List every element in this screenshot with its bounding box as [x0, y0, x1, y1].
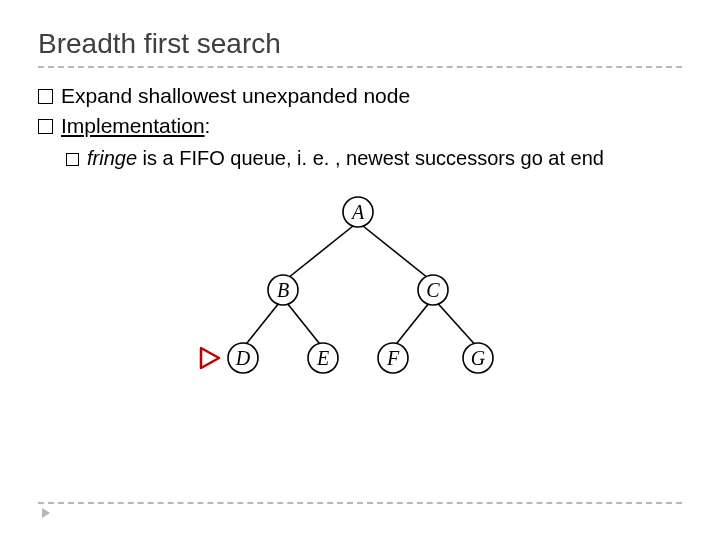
- node-b-label: B: [268, 279, 298, 302]
- slide: Breadth first search Expand shallowest u…: [0, 0, 720, 540]
- current-pointer-icon: [201, 348, 219, 368]
- node-c-label: C: [418, 279, 448, 302]
- bullet-implementation: Implementation:: [38, 112, 682, 140]
- svg-line-5: [433, 298, 478, 348]
- bullet-expand-rest: shallowest unexpanded node: [138, 84, 410, 107]
- node-f-label: F: [378, 347, 408, 370]
- bullet-expand-prefix: Expand: [61, 84, 138, 107]
- node-d-label: D: [228, 347, 258, 370]
- svg-line-2: [243, 298, 283, 348]
- bullet-list: Expand shallowest unexpanded node Implem…: [38, 82, 682, 172]
- bullet-expand: Expand shallowest unexpanded node: [38, 82, 682, 110]
- bullet-implementation-colon: :: [205, 114, 211, 137]
- slide-title: Breadth first search: [38, 28, 682, 60]
- tree-diagram: A B C D E F G: [178, 190, 538, 390]
- svg-line-1: [358, 222, 433, 282]
- divider-bottom: [38, 502, 682, 504]
- square-bullet-icon: [66, 153, 79, 166]
- square-bullet-icon: [38, 89, 53, 104]
- bullet-fringe: fringe is a FIFO queue, i. e. , newest s…: [66, 145, 682, 172]
- bullet-fringe-rest: is a FIFO queue, i. e. , newest successo…: [137, 147, 604, 169]
- svg-line-0: [283, 222, 358, 282]
- svg-line-4: [393, 298, 433, 348]
- bullet-implementation-label: Implementation: [61, 114, 205, 137]
- bullet-fringe-word: fringe: [87, 147, 137, 169]
- footer-pointer-icon: [42, 508, 50, 518]
- svg-line-3: [283, 298, 323, 348]
- node-a-label: A: [343, 201, 373, 224]
- divider-top: [38, 66, 682, 68]
- square-bullet-icon: [38, 119, 53, 134]
- node-e-label: E: [308, 347, 338, 370]
- divider-bottom-wrap: [38, 502, 682, 504]
- node-g-label: G: [463, 347, 493, 370]
